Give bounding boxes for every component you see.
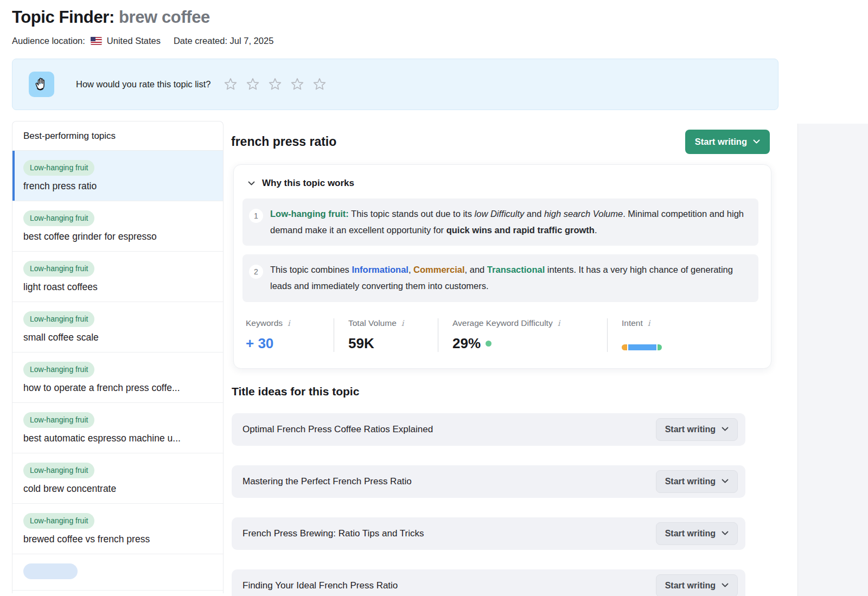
- sidebar-item-french-press-ratio[interactable]: Low-hanging fruit french press ratio: [12, 151, 223, 201]
- title-idea-text: Optimal French Press Coffee Ratios Expla…: [242, 424, 433, 435]
- topic-detail-panel: french press ratio Start writing Why thi…: [224, 121, 789, 596]
- low-hanging-fruit-badge: Low-hanging fruit: [23, 463, 94, 478]
- sidebar-item-brewed-coffee-vs-french-press[interactable]: Low-hanging fruit brewed coffee vs frenc…: [12, 504, 223, 554]
- info-icon[interactable]: i: [288, 319, 290, 328]
- low-hanging-fruit-badge: Low-hanging fruit: [23, 362, 94, 377]
- start-writing-button[interactable]: Start writing: [656, 574, 738, 596]
- sidebar-item-partial[interactable]: [12, 554, 223, 591]
- intent-label: Intent: [622, 318, 643, 328]
- topic-name: best coffee grinder for espresso: [23, 231, 212, 242]
- title-idea-card: Finding Your Ideal French Press Ratio St…: [232, 569, 745, 596]
- rating-question: How would you rate this topic list?: [76, 79, 211, 89]
- page-title: Topic Finder: brew coffee: [12, 8, 868, 27]
- sidebar-item-best-automatic-espresso-machine[interactable]: Low-hanging fruit best automatic espress…: [12, 403, 223, 453]
- point-number: 1: [249, 209, 263, 223]
- page-title-prefix: Topic Finder:: [12, 8, 114, 27]
- low-hanging-fruit-badge: Low-hanging fruit: [23, 210, 94, 226]
- transactional-share: [658, 344, 662, 350]
- topic-name: brewed coffee vs french press: [23, 534, 212, 545]
- topic-name: light roast coffees: [23, 281, 212, 293]
- info-icon[interactable]: i: [401, 319, 404, 328]
- topic-name: cold brew concentrate: [23, 483, 212, 495]
- low-hanging-fruit-badge: Low-hanging fruit: [23, 311, 94, 327]
- why-topic-works-toggle[interactable]: Why this topic works: [242, 177, 758, 198]
- sidebar-item-how-to-operate-french-press[interactable]: Low-hanging fruit how to operate a frenc…: [12, 353, 223, 403]
- info-icon[interactable]: i: [648, 319, 650, 328]
- stat-keywords: Keywordsi + 30: [242, 318, 334, 352]
- title-idea-text: Mastering the Perfect French Press Ratio: [242, 476, 412, 487]
- title-ideas-heading: Title ideas for this topic: [232, 385, 789, 398]
- topic-name: how to operate a french press coffe...: [23, 382, 212, 394]
- date-created: Date created: Jul 7, 2025: [174, 36, 273, 46]
- star-icon[interactable]: [223, 77, 238, 92]
- start-writing-button[interactable]: Start writing: [656, 470, 738, 493]
- audience-location-value: United States: [107, 36, 161, 46]
- sidebar-item-cold-brew-concentrate[interactable]: Low-hanging fruit cold brew concentrate: [12, 453, 223, 504]
- why-point-1: 1 Low-hanging fruit: This topic stands o…: [242, 198, 758, 246]
- rating-banner: How would you rate this topic list?: [12, 59, 778, 110]
- stat-keyword-difficulty: Average Keyword Difficultyi 29%: [438, 318, 607, 352]
- chevron-down-icon: [248, 181, 255, 186]
- sidebar-item-small-coffee-scale[interactable]: Low-hanging fruit small coffee scale: [12, 302, 223, 353]
- keywords-label: Keywords: [246, 318, 283, 328]
- sidebar-header: Best-performing topics: [12, 121, 223, 151]
- star-icon[interactable]: [267, 77, 283, 92]
- chevron-down-icon: [722, 531, 729, 536]
- audience-location-label: Audience location:: [12, 36, 85, 46]
- rating-stars: [223, 77, 327, 92]
- selected-topic-title: french press ratio: [231, 134, 336, 149]
- difficulty-value: 29%: [452, 335, 481, 352]
- title-idea-card: Optimal French Press Coffee Ratios Expla…: [232, 413, 745, 446]
- topic-name: french press ratio: [23, 181, 212, 192]
- best-performing-topics-panel: Best-performing topics Low-hanging fruit…: [12, 121, 224, 593]
- topic-name: small coffee scale: [23, 332, 212, 343]
- intent-bar-chart: [622, 344, 662, 350]
- start-writing-button[interactable]: Start writing: [685, 130, 770, 154]
- info-icon[interactable]: i: [558, 319, 560, 328]
- chevron-down-icon: [722, 583, 729, 588]
- point-text: Low-hanging fruit: This topic stands out…: [270, 206, 748, 238]
- low-hanging-fruit-badge: Low-hanging fruit: [23, 261, 94, 277]
- chevron-down-icon: [722, 479, 729, 484]
- commercial-share: [622, 344, 627, 350]
- low-hanging-fruit-badge: Low-hanging fruit: [23, 513, 94, 529]
- start-writing-label: Start writing: [695, 137, 747, 147]
- star-icon[interactable]: [312, 77, 327, 92]
- page-right-gutter: [797, 124, 868, 596]
- stat-intent: Intenti: [607, 318, 676, 352]
- title-idea-text: Finding Your Ideal French Press Ratio: [242, 580, 398, 591]
- why-topic-works-title: Why this topic works: [262, 178, 354, 189]
- topic-finder-page: Topic Finder: brew coffee Audience locat…: [0, 8, 868, 596]
- topic-name: best automatic espresso machine u...: [23, 433, 212, 444]
- total-volume-value: 59K: [348, 335, 424, 352]
- total-volume-label: Total Volume: [348, 318, 397, 328]
- waving-hand-icon: [29, 72, 54, 97]
- chevron-down-icon: [722, 427, 729, 432]
- title-idea-card: French Press Brewing: Ratio Tips and Tri…: [232, 517, 745, 550]
- why-point-2: 2 This topic combines Informational, Com…: [242, 254, 758, 302]
- page-meta: Audience location: United States Date cr…: [12, 36, 868, 46]
- sidebar-item-light-roast-coffees[interactable]: Low-hanging fruit light roast coffees: [12, 252, 223, 302]
- sidebar-item-best-coffee-grinder[interactable]: Low-hanging fruit best coffee grinder fo…: [12, 201, 223, 252]
- us-flag-icon: [91, 37, 102, 45]
- star-icon[interactable]: [245, 77, 260, 92]
- start-writing-button[interactable]: Start writing: [656, 418, 738, 441]
- difficulty-label: Average Keyword Difficulty: [452, 318, 553, 328]
- low-hanging-fruit-badge: Low-hanging fruit: [23, 160, 94, 176]
- point-number: 2: [249, 265, 263, 279]
- stat-total-volume: Total Volumei 59K: [334, 318, 438, 352]
- why-topic-works-card: Why this topic works 1 Low-hanging fruit…: [233, 164, 771, 369]
- keywords-value: + 30: [246, 335, 320, 352]
- title-idea-card: Mastering the Perfect French Press Ratio…: [232, 465, 745, 498]
- date-created-value: Jul 7, 2025: [230, 36, 274, 46]
- star-icon[interactable]: [290, 77, 305, 92]
- chevron-down-icon: [753, 139, 760, 144]
- low-hanging-fruit-badge: Low-hanging fruit: [23, 412, 94, 428]
- informational-share: [628, 344, 656, 350]
- title-idea-text: French Press Brewing: Ratio Tips and Tri…: [242, 528, 424, 539]
- page-title-query: brew coffee: [119, 8, 210, 27]
- start-writing-button[interactable]: Start writing: [656, 522, 738, 545]
- point-text: This topic combines Informational, Comme…: [270, 262, 748, 294]
- date-created-label: Date created:: [174, 36, 227, 46]
- difficulty-dot-icon: [486, 341, 492, 347]
